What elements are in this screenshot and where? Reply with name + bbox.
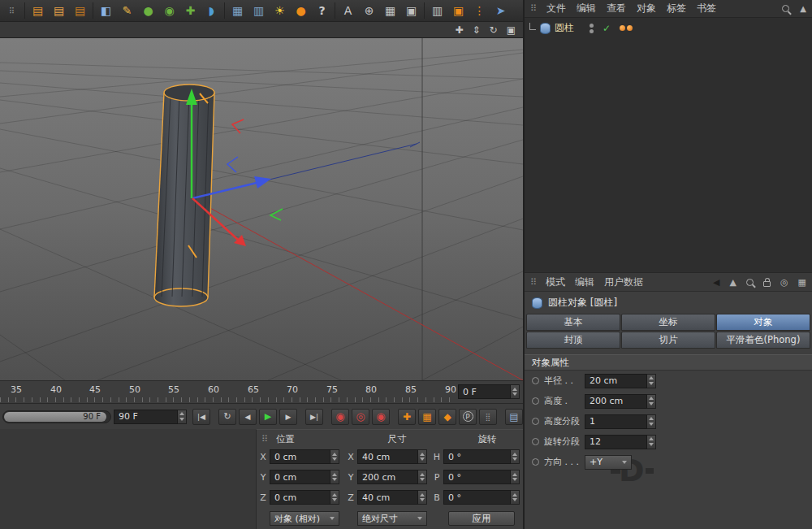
orientation-dropdown[interactable]: +Y [585, 455, 632, 470]
zoom-view-icon[interactable]: ⇕ [473, 24, 481, 36]
menu-dots-icon[interactable]: ⋮ [469, 2, 490, 20]
goto-start-button[interactable]: |◀ [192, 409, 210, 425]
enable-check-icon[interactable]: ✓ [603, 23, 611, 34]
toggle-views-icon[interactable]: ▣ [507, 24, 516, 36]
display-screen-icon[interactable]: ▣ [448, 2, 469, 20]
height-field[interactable] [585, 394, 656, 409]
history-back-icon[interactable]: ◀ [713, 277, 719, 288]
object-label[interactable]: 圆柱 [555, 21, 574, 35]
generator-sphere-icon[interactable]: ◉ [159, 2, 179, 20]
select-arrow-icon[interactable]: ▲ [730, 277, 736, 288]
keyframe-dot-icon[interactable] [532, 397, 539, 405]
scrubber-handle[interactable]: 90 F [4, 412, 106, 422]
pos-x-input[interactable] [270, 449, 330, 464]
rot-b-input[interactable] [443, 490, 511, 505]
size-y-field[interactable] [357, 470, 427, 484]
feather-tool-icon[interactable]: ➤ [490, 2, 511, 20]
volume-drop-icon[interactable]: ◗ [201, 2, 222, 20]
height-segments-field[interactable] [585, 414, 656, 429]
keyframe-panel-button[interactable]: ▤ [505, 409, 523, 425]
grid-snap-icon[interactable]: ▦ [380, 2, 400, 20]
tab-slice[interactable]: 切片 [621, 332, 715, 349]
goto-end-button[interactable]: ▶| [305, 409, 323, 425]
light-tool-icon[interactable]: ☀ [270, 2, 290, 20]
tab-phong[interactable]: 平滑着色(Phong) [716, 332, 810, 349]
size-z-field[interactable] [357, 490, 427, 505]
height-segments-input[interactable] [585, 414, 647, 429]
end-frame-field[interactable] [458, 384, 520, 399]
rotation-segments-input[interactable] [585, 435, 647, 449]
frame-stepper[interactable] [178, 410, 187, 424]
modeling-add-icon[interactable]: ✚ [180, 2, 201, 20]
record-options-button[interactable]: ◉ [372, 409, 390, 425]
array-generator-icon[interactable]: ▦ [227, 2, 248, 20]
menu-object[interactable]: 对象 [637, 2, 656, 15]
film-view-icon[interactable]: ▥ [427, 2, 447, 20]
subdivision-surface-icon[interactable]: ● [138, 2, 158, 20]
apply-button[interactable]: 应用 [448, 511, 515, 526]
instance-generator-icon[interactable]: ▥ [248, 2, 269, 20]
size-y-input[interactable] [357, 470, 418, 484]
axis-mode-icon[interactable]: ⊕ [359, 2, 379, 20]
pos-z-input[interactable] [270, 490, 330, 505]
menu-edit[interactable]: 编辑 [575, 275, 594, 289]
coord-mode-dropdown[interactable]: 对象 (相对) [270, 511, 339, 526]
keyframe-dot-icon[interactable] [532, 377, 539, 384]
search-icon[interactable] [782, 5, 789, 12]
size-z-input[interactable] [357, 490, 418, 505]
search-icon[interactable] [746, 279, 754, 286]
key-pla-button[interactable]: ⣿ [479, 409, 497, 425]
end-frame-input[interactable] [458, 384, 511, 399]
menu-user-data[interactable]: 用户数据 [604, 275, 643, 289]
pos-x-field[interactable] [270, 449, 339, 464]
keyframe-dot-icon[interactable] [532, 438, 539, 445]
menu-edit[interactable]: 编辑 [577, 2, 596, 15]
rot-h-field[interactable] [443, 449, 520, 464]
keyframe-dot-icon[interactable] [532, 418, 539, 425]
timeline-ruler[interactable]: 35 40 45 50 55 60 65 70 75 80 85 90 [0, 380, 523, 404]
tab-caps[interactable]: 封顶 [526, 332, 620, 349]
up-level-icon[interactable]: ▲ [800, 4, 806, 13]
render-picture-viewer-icon[interactable]: ▤ [49, 2, 69, 20]
rotate-view-icon[interactable]: ↻ [490, 24, 498, 36]
visibility-dots-icon[interactable] [590, 24, 594, 33]
render-view-icon[interactable]: ▤ [28, 2, 48, 20]
prev-frame-button[interactable]: ◀ [239, 409, 257, 425]
current-frame-input[interactable] [114, 410, 178, 424]
keyframe-dot-icon[interactable] [532, 458, 539, 466]
cube-primitive-icon[interactable]: ◧ [96, 2, 116, 20]
viewport-canvas[interactable] [0, 38, 523, 380]
size-mode-dropdown[interactable]: 绝对尺寸 [357, 511, 427, 526]
menu-view[interactable]: 查看 [607, 2, 626, 15]
radius-input[interactable] [585, 374, 647, 388]
viewport-3d[interactable] [0, 38, 523, 380]
play-cycle-button[interactable]: ↻ [218, 409, 236, 425]
workplane-icon[interactable]: ▣ [401, 2, 421, 20]
play-button[interactable]: ▶ [259, 409, 277, 425]
material-tag-icon[interactable] [620, 25, 633, 31]
height-input[interactable] [585, 394, 647, 409]
pen-tool-icon[interactable]: ✎ [117, 2, 137, 20]
timeline-scrubber[interactable]: 90 F [2, 410, 111, 423]
key-scale-button[interactable]: ▦ [418, 409, 436, 425]
menu-file[interactable]: 文件 [546, 2, 566, 15]
rot-p-field[interactable] [443, 470, 520, 484]
pan-view-icon[interactable]: ✚ [455, 24, 463, 36]
key-rotation-button[interactable]: ◆ [438, 409, 456, 425]
rotation-segments-field[interactable] [585, 435, 656, 449]
pos-z-field[interactable] [270, 490, 339, 505]
current-frame-field[interactable] [114, 410, 187, 424]
target-icon[interactable]: ◎ [780, 277, 788, 288]
pos-y-field[interactable] [270, 470, 339, 484]
key-parameter-button[interactable]: P [459, 409, 477, 425]
rot-h-input[interactable] [443, 449, 511, 464]
rot-b-field[interactable] [443, 490, 520, 505]
menu-tags[interactable]: 标签 [667, 2, 686, 15]
next-frame-button[interactable]: ▶ [279, 409, 297, 425]
key-position-button[interactable]: ✚ [398, 409, 416, 425]
menu-bookmarks[interactable]: 书签 [697, 2, 716, 15]
size-x-field[interactable] [357, 449, 427, 464]
help-icon[interactable]: ? [312, 2, 332, 20]
record-keyframe-button[interactable]: ◉ [331, 409, 349, 425]
sky-sphere-icon[interactable]: ● [291, 2, 311, 20]
